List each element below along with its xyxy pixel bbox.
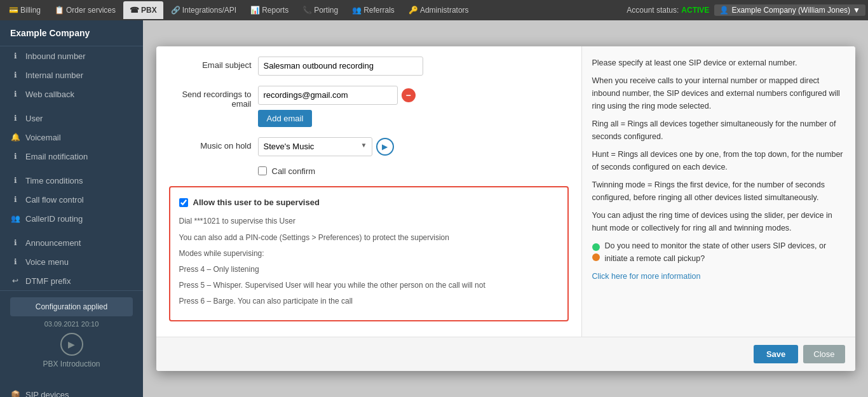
save-button[interactable]: Save [754,345,798,363]
integrations-icon: 🔗 [171,6,180,15]
supervision-mode6: Press 6 – Barge. You can also participat… [179,295,559,307]
supervision-mode4: Press 4 – Only listening [179,264,559,276]
status-active-badge: ACTIVE [681,6,709,15]
remove-email-button[interactable]: − [402,88,416,102]
add-email-button[interactable]: Add email [258,110,313,127]
pbx-intro-label: PBX Introduction [10,360,133,368]
sidebar-item-voicemail[interactable]: 🔔 Voicemail [0,128,143,147]
supervision-header-label: Allow this user to be supervised [193,196,320,210]
music-select[interactable]: Steve's Music [258,137,372,156]
sidebar-item-dtmf-prefix[interactable]: ↩ DTMF prefix [0,271,143,290]
call-confirm-row: Call confirm [258,166,569,176]
tab-order-services[interactable]: 📋 Order services [48,1,122,19]
call-confirm-label: Call confirm [272,166,316,176]
music-on-hold-control: Steve's Music ▶ [258,137,569,156]
supervision-modes-header: Modes while supervising: [179,248,559,260]
tab-reports[interactable]: 📊 Reports [244,1,295,19]
chevron-down-icon: ▼ [853,6,860,15]
tab-referrals[interactable]: 👥 Referrals [346,1,401,19]
config-section: Configuration applied 03.09.2021 20:10 ▶… [0,290,143,380]
music-on-hold-row: Music on hold Steve's Music ▶ [169,137,569,156]
sidebar-item-call-flow-control[interactable]: ℹ Call flow control [0,190,143,209]
announcement-icon: ℹ [10,238,20,248]
dtmf-icon: ↩ [10,276,20,286]
send-recordings-label: Send recordings to email [169,86,252,109]
sidebar-item-email-notification[interactable]: ℹ Email notification [0,147,143,166]
voice-menu-icon: ℹ [10,257,20,267]
content-area: Email subject Send recordings to email [143,20,868,397]
web-callback-icon: ℹ [10,89,20,99]
play-btn-container: ▶ [10,333,133,356]
internal-number-icon: ℹ [10,70,20,80]
right-panel-line1: Please specify at least one SIP device o… [592,57,845,69]
dot-label: Do you need to monitor the state of othe… [605,239,845,265]
pbx-icon: ☎ [130,6,139,15]
sidebar-item-announcement[interactable]: ℹ Announcement [0,233,143,252]
more-info-link[interactable]: Click here for more information [592,272,701,281]
account-info: Account status: ACTIVE 👤 Example Company… [627,4,865,16]
user-avatar-icon: 👤 [719,6,729,15]
sidebar-bottom: 📦 SIP devices 📚 Phonebooks ⚙ Settings [0,380,143,397]
music-on-hold-label: Music on hold [169,137,252,151]
tab-integrations[interactable]: 🔗 Integrations/API [165,1,243,19]
config-applied-label: Configuration applied [10,297,133,316]
main-layout: Example Company ℹ Inbound number ℹ Inter… [0,20,868,397]
sidebar-item-web-callback[interactable]: ℹ Web callback [0,84,143,104]
tab-administrators[interactable]: 🔑 Administrators [402,1,475,19]
right-panel-line4: Hunt = Rings all devices one by one, fro… [592,148,845,173]
modal-right-panel: Please specify at least one SIP device o… [582,46,855,337]
sidebar-item-internal-number[interactable]: ℹ Internal number [0,65,143,84]
supervision-pin-text: You can also add a PIN-code (Settings > … [179,232,559,244]
nav-tabs: 💳 Billing 📋 Order services ☎ PBX 🔗 Integ… [3,1,627,19]
user-info-button[interactable]: 👤 Example Company (William Jones) ▼ [714,4,865,16]
supervision-checkbox[interactable] [179,198,188,207]
billing-icon: 💳 [9,6,18,15]
supervision-header: Allow this user to be supervised [179,196,559,210]
call-confirm-checkbox[interactable] [258,166,267,175]
sidebar-item-sip-devices[interactable]: 📦 SIP devices [0,385,143,397]
orange-dot [592,253,600,261]
voicemail-icon: 🔔 [10,132,20,142]
email-subject-input[interactable] [258,57,423,76]
right-panel-line5: Twinning mode = Rings the first device, … [592,178,845,204]
supervision-box: Allow this user to be supervised Dial **… [169,186,569,322]
referrals-icon: 👥 [352,6,361,15]
tab-pbx[interactable]: ☎ PBX [123,1,163,19]
email-subject-label: Email subject [169,57,252,70]
modal-footer: Save Close [156,337,855,371]
reports-icon: 📊 [250,6,259,15]
right-panel-line2: When you receive calls to your internal … [592,74,845,112]
porting-icon: 📞 [302,6,311,15]
send-recordings-row: Send recordings to email − Add email [169,86,569,127]
company-name: Example Company [0,20,143,46]
green-dot [592,243,600,251]
account-status-label: Account status: ACTIVE [627,6,709,15]
sidebar-item-callerid-routing[interactable]: 👥 CallerID routing [0,209,143,228]
status-dots: Do you need to monitor the state of othe… [592,239,845,265]
play-button[interactable]: ▶ [60,333,83,356]
supervision-mode5: Press 5 – Whisper. Supervised User will … [179,279,559,292]
email-notification-icon: ℹ [10,151,20,161]
user-icon: ℹ [10,113,20,123]
supervision-dial-text: Dial ***1021 to supervise this User [179,215,559,227]
inbound-number-icon: ℹ [10,51,20,61]
tab-billing[interactable]: 💳 Billing [3,1,47,19]
sidebar-item-user[interactable]: ℹ User [0,109,143,128]
close-button[interactable]: Close [803,345,844,363]
top-navigation: 💳 Billing 📋 Order services ☎ PBX 🔗 Integ… [0,0,868,20]
recordings-email-input[interactable] [258,86,398,105]
sidebar-item-inbound-number[interactable]: ℹ Inbound number [0,46,143,65]
send-recordings-control: − Add email [258,86,569,127]
call-flow-icon: ℹ [10,194,20,205]
sidebar-item-voice-menu[interactable]: ℹ Voice menu [0,252,143,271]
sip-icon: 📦 [10,389,20,397]
sidebar-item-time-conditions[interactable]: ℹ Time conditions [0,171,143,190]
order-icon: 📋 [55,6,64,15]
music-select-wrapper: Steve's Music [258,137,372,156]
time-conditions-icon: ℹ [10,175,20,185]
modal-left-panel: Email subject Send recordings to email [156,46,582,337]
play-music-button[interactable]: ▶ [376,138,394,156]
config-date: 03.09.2021 20:10 [10,320,133,328]
modal-dialog: Email subject Send recordings to email [156,46,855,372]
tab-porting[interactable]: 📞 Porting [296,1,344,19]
